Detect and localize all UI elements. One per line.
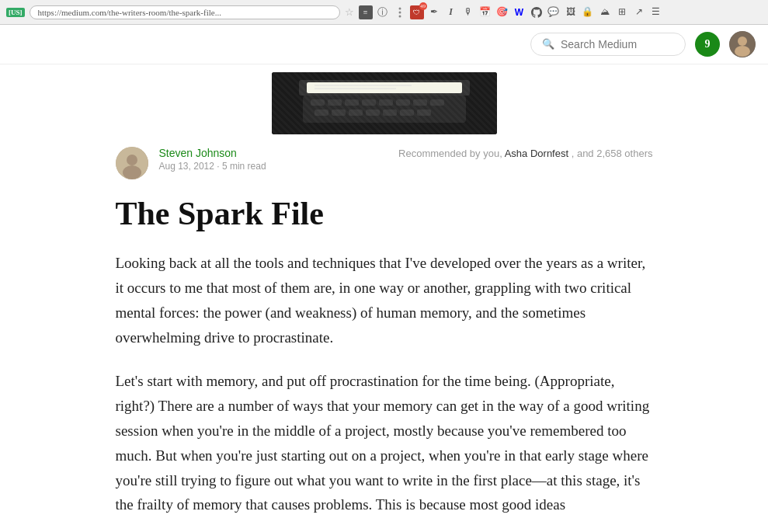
svg-rect-22	[417, 110, 431, 116]
github-icon[interactable]	[530, 5, 544, 19]
svg-rect-8	[311, 99, 325, 106]
article-body: Looking back at all the tools and techni…	[116, 251, 653, 517]
target-icon[interactable]: 🎯	[495, 5, 509, 19]
calendar-icon[interactable]: 📅	[478, 5, 492, 19]
svg-rect-14	[413, 99, 427, 106]
article-paragraph-1: Looking back at all the tools and techni…	[116, 251, 653, 350]
browser-flag: [US]	[6, 8, 25, 17]
search-input[interactable]	[561, 38, 674, 50]
date-separator: ·	[217, 161, 222, 172]
article-title: The Spark File	[116, 195, 653, 232]
podcast-icon[interactable]: 🎙	[461, 5, 475, 19]
hero-svg	[272, 72, 497, 134]
stack-icon[interactable]: ≡	[359, 5, 373, 19]
svg-rect-15	[430, 99, 444, 106]
browser-bar: [US] https://medium.com/the-writers-room…	[0, 0, 768, 25]
svg-point-1	[398, 11, 401, 13]
svg-rect-10	[345, 99, 359, 106]
ext-icon[interactable]: ↗	[632, 5, 646, 19]
svg-point-28	[127, 155, 137, 165]
hero-image-container	[0, 64, 768, 147]
svg-point-4	[738, 37, 747, 46]
svg-rect-13	[396, 99, 410, 106]
menu-icon[interactable]: ☰	[649, 5, 663, 19]
svg-rect-21	[400, 110, 414, 116]
author-name[interactable]: Steven Johnson	[159, 147, 388, 159]
svg-point-0	[398, 7, 401, 9]
pen-icon[interactable]: ✒	[427, 5, 441, 19]
search-box[interactable]: 🔍	[530, 33, 686, 56]
svg-point-29	[123, 165, 141, 179]
svg-rect-11	[362, 99, 376, 106]
hero-image	[272, 72, 497, 134]
article-date: Aug 13, 2012	[159, 161, 214, 172]
rec-name[interactable]: Asha Dornfest	[505, 148, 568, 159]
svg-point-5	[735, 46, 750, 57]
svg-rect-19	[366, 110, 380, 116]
search-icon: 🔍	[542, 38, 554, 50]
user-avatar[interactable]	[729, 31, 756, 57]
author-info: Steven Johnson Aug 13, 2012 · 5 min read	[159, 147, 388, 172]
bookmark-icon[interactable]: ☆	[345, 6, 354, 19]
svg-rect-18	[349, 110, 363, 116]
svg-rect-6	[272, 72, 497, 134]
dots-icon[interactable]	[393, 5, 407, 19]
svg-rect-23	[299, 80, 470, 96]
W-icon[interactable]: W	[513, 5, 526, 19]
svg-rect-7	[303, 96, 466, 123]
svg-rect-20	[383, 110, 397, 116]
browser-toolbar: ≡ ⓘ 🛡 49 ✒ I 🎙 📅 🎯 W 💬 🖼 🔒 ⛰ ⊞ ↗ ☰	[359, 5, 663, 19]
svg-point-2	[398, 15, 401, 17]
rec-prefix: Recommended by you,	[398, 148, 502, 159]
mountain-icon[interactable]: ⛰	[598, 5, 612, 19]
svg-rect-17	[332, 110, 346, 116]
content-area: Steven Johnson Aug 13, 2012 · 5 min read…	[97, 147, 672, 532]
url-text: https://medium.com/the-writers-room/the-…	[38, 8, 221, 17]
image-icon[interactable]: 🖼	[564, 5, 578, 19]
svg-rect-9	[328, 99, 342, 106]
lock-icon[interactable]: 🔒	[581, 5, 595, 19]
article-paragraph-2: Let's start with memory, and put off pro…	[116, 369, 653, 517]
read-time: 5 min read	[222, 161, 266, 172]
author-row: Steven Johnson Aug 13, 2012 · 5 min read…	[116, 147, 653, 179]
notification-count: 9	[705, 38, 711, 50]
recommendation-text: Recommended by you, Asha Dornfest , and …	[398, 147, 652, 161]
top-nav: 🔍 9	[0, 25, 768, 64]
author-avatar[interactable]	[116, 147, 148, 179]
italic-icon[interactable]: I	[444, 5, 458, 19]
svg-rect-16	[314, 110, 328, 116]
rec-suffix: , and 2,658 others	[572, 148, 653, 159]
author-meta: Aug 13, 2012 · 5 min read	[159, 161, 388, 172]
info-icon[interactable]: ⓘ	[376, 5, 390, 19]
browser-url-bar[interactable]: https://medium.com/the-writers-room/the-…	[30, 5, 340, 19]
chat-icon[interactable]: 💬	[547, 5, 561, 19]
svg-rect-12	[379, 99, 393, 106]
shield-badge-icon[interactable]: 🛡 49	[410, 5, 424, 19]
notification-button[interactable]: 9	[695, 32, 720, 57]
grid-icon[interactable]: ⊞	[615, 5, 629, 19]
svg-rect-24	[307, 82, 462, 93]
